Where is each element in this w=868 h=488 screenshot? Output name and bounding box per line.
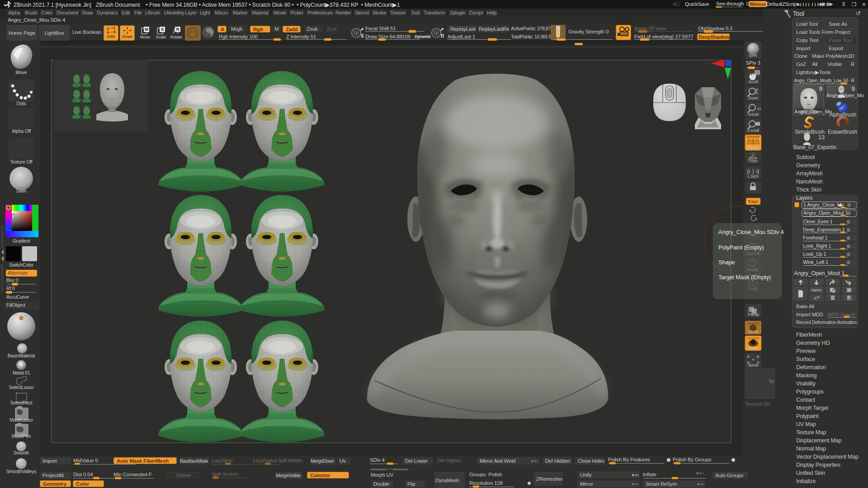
- svg-text:SelectLasso: SelectLasso: [9, 385, 33, 390]
- svg-text:L.Sym: L.Sym: [748, 174, 759, 178]
- svg-text:M: M: [145, 27, 148, 32]
- svg-text:Ghost: Ghost: [748, 329, 759, 334]
- svg-text:Floor: Floor: [749, 159, 758, 163]
- svg-text:S: S: [161, 27, 164, 32]
- svg-text:x1: x1: [757, 107, 761, 111]
- svg-text:Solo: Solo: [749, 346, 757, 350]
- svg-text:AccuCurve: AccuCurve: [6, 294, 29, 300]
- svg-text:Scroll: Scroll: [748, 80, 758, 84]
- svg-text:Transp: Transp: [747, 312, 759, 317]
- svg-text:Alternate: Alternate: [8, 270, 28, 276]
- svg-text:BPR: BPR: [749, 53, 757, 58]
- svg-text:Rf 0: Rf 0: [6, 286, 15, 291]
- svg-text:R: R: [176, 27, 179, 32]
- svg-text:Persp: Persp: [748, 145, 759, 150]
- svg-text:↻xyz: ↻xyz: [748, 199, 759, 204]
- svg-text:Zoom: Zoom: [748, 96, 758, 100]
- svg-text:D: D: [441, 33, 444, 38]
- svg-text:Alpha Off: Alpha Off: [12, 128, 31, 134]
- svg-text:SPix 3: SPix 3: [746, 60, 760, 66]
- svg-text:Blur 0: Blur 0: [6, 277, 19, 283]
- svg-text:Dots: Dots: [17, 101, 26, 106]
- svg-text:MaskLasso: MaskLasso: [9, 417, 33, 422]
- svg-text:Smooth: Smooth: [14, 450, 29, 455]
- svg-text:Satin: Satin: [16, 188, 27, 193]
- svg-text:AAHalf: AAHalf: [747, 128, 760, 133]
- svg-text:MaskPen: MaskPen: [12, 433, 31, 439]
- svg-text:SelectRect: SelectRect: [10, 400, 33, 405]
- svg-text:Texture Off: Texture Off: [10, 159, 33, 164]
- svg-text:Dynamic: Dynamic: [746, 135, 760, 139]
- svg-text:Actual: Actual: [748, 112, 759, 117]
- svg-text:SmoothValleys: SmoothValleys: [6, 469, 37, 474]
- svg-text:Gradient: Gradient: [13, 238, 30, 244]
- svg-text:Xpose: Xpose: [748, 363, 759, 367]
- svg-text:S: S: [361, 33, 364, 38]
- svg-text:Name: Name: [811, 288, 822, 292]
- svg-text:SwitchColor: SwitchColor: [9, 262, 34, 267]
- svg-text:Move: Move: [16, 70, 27, 75]
- svg-text:Metal 01: Metal 01: [13, 370, 30, 375]
- svg-text:FillObject: FillObject: [6, 302, 25, 308]
- svg-text:BasicMaterial: BasicMaterial: [8, 353, 35, 358]
